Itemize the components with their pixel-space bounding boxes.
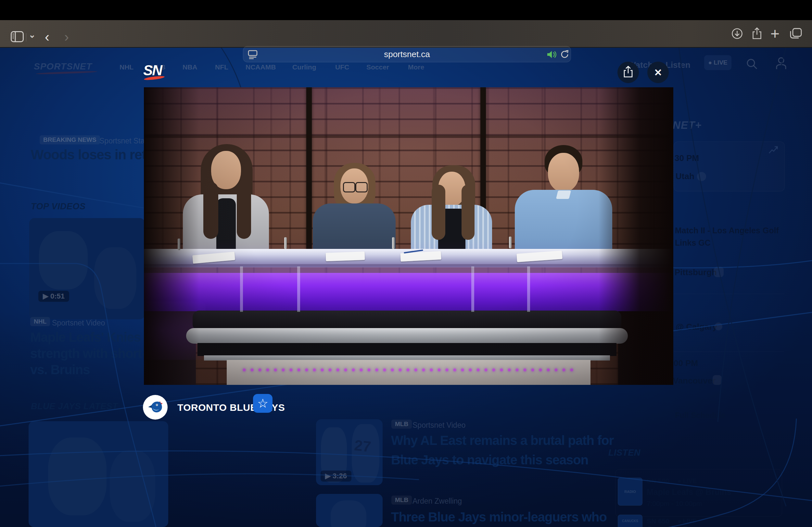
forward-button[interactable]: › (64, 30, 69, 44)
sidebar-chevron-button[interactable]: ⌄ (29, 30, 36, 40)
share-button[interactable] (618, 62, 639, 83)
sidebar-icon (11, 31, 24, 42)
lightbox-video[interactable] (144, 87, 673, 385)
blue-jays-logo-icon (147, 398, 164, 416)
favorite-star-button[interactable]: ☆ (253, 394, 273, 413)
star-icon: ☆ (257, 396, 268, 410)
audio-playing-icon[interactable] (547, 50, 557, 60)
share-icon (623, 65, 634, 79)
new-tab-button[interactable]: + (770, 25, 780, 43)
blue-jays-avatar (143, 395, 168, 420)
browser-toolbar: ⌄ ‹ › sportsnet.ca (0, 20, 812, 48)
tab-overview-button[interactable] (790, 28, 802, 41)
close-button[interactable]: ✕ (647, 62, 669, 83)
toolbar-divider (26, 33, 26, 42)
close-icon: ✕ (654, 67, 662, 78)
window-top-strip (0, 0, 812, 20)
back-button[interactable]: ‹ (45, 30, 49, 44)
url-text: sportsnet.ca (243, 46, 571, 62)
tabs-icon (790, 28, 802, 39)
downloads-button[interactable] (731, 28, 743, 41)
refresh-icon[interactable] (560, 50, 569, 60)
toolbar-share-button[interactable] (752, 27, 762, 41)
url-bar[interactable]: sportsnet.ca (243, 46, 571, 62)
video-vignette (144, 87, 673, 385)
screen: SPORTSNET NHL MLB NBA NFL NCAAMB Curling… (0, 0, 812, 527)
sidebar-toggle-button[interactable] (11, 31, 24, 44)
share-icon (752, 27, 762, 40)
download-icon (731, 28, 743, 39)
